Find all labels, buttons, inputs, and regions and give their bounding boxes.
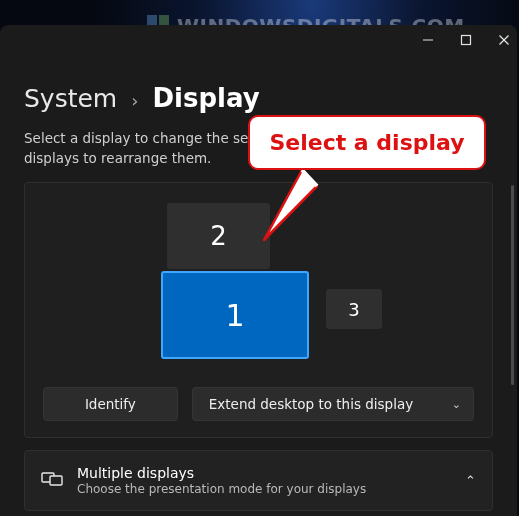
breadcrumb-parent[interactable]: System bbox=[24, 84, 117, 113]
svg-rect-1 bbox=[462, 36, 471, 45]
annotation-tail-icon bbox=[262, 168, 332, 248]
section-desc: Choose the presentation mode for your di… bbox=[77, 482, 451, 496]
window-controls bbox=[421, 33, 511, 47]
maximize-button[interactable] bbox=[459, 33, 473, 47]
display-arrangement-panel: 2 1 3 Identify Extend desktop to this di… bbox=[24, 182, 493, 438]
chevron-up-icon: ⌃ bbox=[465, 473, 476, 488]
identify-button[interactable]: Identify bbox=[43, 387, 178, 421]
minimize-button[interactable] bbox=[421, 33, 435, 47]
display-1[interactable]: 1 bbox=[161, 271, 309, 359]
section-title: Multiple displays bbox=[77, 465, 451, 481]
extend-dropdown[interactable]: Extend desktop to this display ⌄ bbox=[192, 387, 474, 421]
multiple-displays-section[interactable]: Multiple displays Choose the presentatio… bbox=[24, 450, 493, 511]
page-title: Display bbox=[152, 83, 259, 113]
close-button[interactable] bbox=[497, 33, 511, 47]
extend-label: Extend desktop to this display bbox=[209, 396, 413, 412]
annotation-callout: Select a display bbox=[248, 115, 486, 170]
display-3[interactable]: 3 bbox=[326, 289, 382, 329]
display-2[interactable]: 2 bbox=[167, 203, 270, 269]
chevron-down-icon: ⌄ bbox=[452, 398, 461, 411]
annotation-text: Select a display bbox=[269, 130, 464, 155]
identify-label: Identify bbox=[85, 396, 136, 412]
monitors-icon bbox=[41, 470, 63, 492]
scrollbar[interactable] bbox=[511, 185, 514, 385]
breadcrumb: System › Display bbox=[24, 83, 493, 113]
display-canvas[interactable]: 2 1 3 bbox=[43, 203, 474, 371]
settings-window: System › Display Select a display to cha… bbox=[0, 25, 517, 516]
svg-rect-5 bbox=[50, 476, 62, 485]
chevron-right-icon: › bbox=[131, 90, 138, 111]
